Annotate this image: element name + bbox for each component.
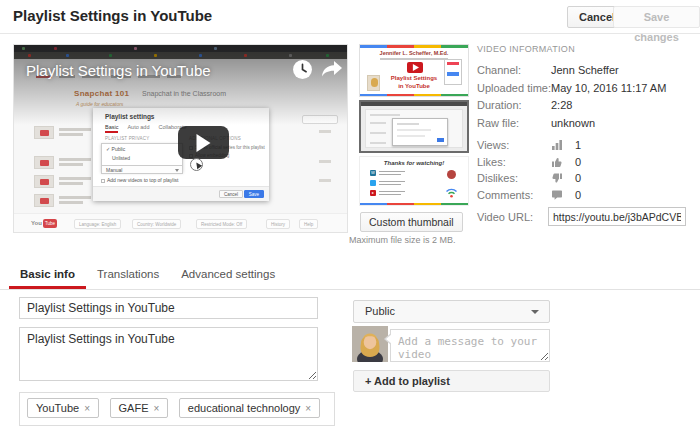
speech-bubble-tip-inner: [386, 334, 392, 344]
recorded-playlist-row: [34, 194, 92, 208]
recorded-duration-bar: [319, 130, 331, 133]
video-title-input[interactable]: [19, 297, 318, 319]
recorded-page-tagline: A guide for educators: [76, 101, 123, 107]
tab-advanced-settings[interactable]: Advanced settings: [170, 262, 286, 289]
tag-pill: educational technology×: [179, 398, 320, 418]
info-row-uploaded: Uploaded time:May 10, 2016 11:17 AM: [477, 80, 687, 98]
info-row-rawfile: Raw file:unknown: [477, 115, 687, 133]
tab-basic-info[interactable]: Basic info: [9, 262, 86, 289]
avatar: [352, 326, 388, 362]
twitter-icon: [370, 180, 376, 186]
thumbnail-size-note: Maximum file size is 2 MB.: [349, 235, 456, 245]
speaker-photo: [367, 75, 380, 91]
recorded-playlist-row: [34, 175, 92, 189]
watch-later-icon[interactable]: [292, 59, 313, 80]
recorded-browser-toolbar: [14, 45, 347, 52]
remove-tag-icon[interactable]: ×: [305, 403, 311, 414]
add-to-playlist-button[interactable]: + Add to playlist: [353, 370, 550, 392]
mini-dialog: [392, 118, 448, 146]
bar-chart-icon: [551, 139, 575, 151]
recorded-ordering-select: Manual: [101, 165, 183, 174]
remove-tag-icon[interactable]: ×: [153, 403, 159, 414]
tab-translations[interactable]: Translations: [86, 262, 170, 289]
recorded-duration-bar: [319, 160, 331, 163]
thumbnail-option-1[interactable]: Jennifer L. Scheffer, M.Ed. Playlist Set…: [359, 44, 469, 97]
stat-row-views: Views: 1: [477, 137, 687, 154]
player-video-title: Playlist Settings in YouTube: [26, 62, 211, 79]
video-player[interactable]: Snapchat 101 Snapchat in the Classroom A…: [13, 44, 348, 233]
wordpress-icon: W: [370, 170, 376, 176]
recorded-dialog-footer: Cancel Save: [93, 186, 269, 201]
video-information-heading: VIDEO INFORMATION: [477, 44, 687, 54]
info-row-video-url: Video URL:: [477, 207, 687, 226]
play-button[interactable]: [178, 126, 229, 159]
stat-row-likes: Likes: 0: [477, 154, 687, 171]
comment-bubble-icon: [551, 189, 575, 201]
recorded-dialog-title: Playlist settings: [105, 113, 155, 120]
recorded-add-videos-pill: [302, 115, 338, 124]
video-message-textarea[interactable]: [390, 329, 550, 362]
wifi-icon: [445, 184, 458, 202]
thumbs-down-icon: [551, 172, 575, 184]
thumbs-up-icon: [551, 156, 575, 168]
recorded-duration-bar: [319, 179, 331, 182]
video-information-panel: VIDEO INFORMATION Channel:Jenn Scheffer …: [477, 44, 687, 226]
info-row-duration: Duration:2:28: [477, 97, 687, 115]
tag-pill: YouTube×: [27, 398, 99, 418]
youtube-logo-icon: [407, 62, 423, 73]
play-icon: [196, 134, 211, 152]
cursor-highlight-icon: [190, 158, 203, 171]
info-row-channel: Channel:Jenn Scheffer: [477, 62, 687, 80]
red-badge-icon: [447, 170, 456, 179]
save-changes-button[interactable]: Save changes: [613, 6, 700, 28]
tags-input-box[interactable]: YouTube× GAFE× educational technology×: [19, 392, 335, 426]
video-url-input[interactable]: [548, 207, 686, 226]
mini-screenshot: [444, 59, 462, 85]
stat-row-dislikes: Dislikes: 0: [477, 170, 687, 187]
recorded-bookmarks-bar: [14, 52, 347, 59]
stat-row-comments: Comments: 0: [477, 187, 687, 204]
recorded-checkbox-row: Add new videos to top of playlist: [101, 177, 178, 183]
recorded-page-heading: Snapchat 101: [74, 89, 129, 98]
tabs-divider: [0, 289, 700, 290]
thumbnail-option-3[interactable]: Thanks for watching! W ▸: [359, 156, 469, 206]
page-title: Playlist Settings in YouTube: [13, 7, 212, 24]
recorded-privacy-label: PLAYLIST PRIVACY: [105, 136, 149, 141]
share-arrow-icon[interactable]: [320, 59, 341, 80]
custom-thumbnail-button[interactable]: Custom thumbnail: [360, 212, 463, 232]
chevron-down-icon: [531, 310, 539, 314]
remove-tag-icon[interactable]: ×: [84, 403, 90, 414]
youtube-logo-icon: Tube: [43, 219, 57, 228]
recorded-page-subheading: Snapchat in the Classroom: [142, 90, 226, 97]
recorded-playlist-row: [34, 126, 92, 140]
recorded-site-footer: You Tube Language: English Country: Worl…: [14, 213, 347, 233]
video-description-textarea[interactable]: Playlist Settings in YouTube: [19, 327, 318, 381]
tag-pill: GAFE×: [110, 398, 169, 418]
thumbnail-option-2-selected[interactable]: [359, 100, 469, 153]
recorded-playlist-row: [34, 156, 92, 170]
header-divider: [0, 33, 700, 34]
privacy-dropdown[interactable]: Public: [353, 300, 550, 323]
settings-tabs: Basic info Translations Advanced setting…: [9, 262, 286, 289]
youtube-icon: ▸: [370, 190, 376, 196]
